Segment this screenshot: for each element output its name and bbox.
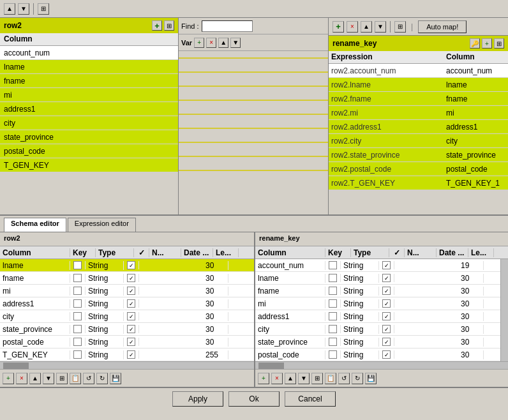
sl-add-btn[interactable]: + bbox=[3, 373, 14, 384]
schema-right-row-4[interactable]: address1String✓30 bbox=[255, 310, 500, 323]
schema-left-row-5[interactable]: state_provinceString✓30 bbox=[0, 323, 254, 336]
right-add2-btn[interactable]: + bbox=[482, 38, 492, 49]
sr-refresh2-btn[interactable]: ↻ bbox=[352, 373, 363, 384]
right-sep2: | bbox=[411, 22, 413, 31]
left-row-2[interactable]: fname bbox=[0, 74, 178, 88]
right-row-1[interactable]: row2.lnamelname bbox=[329, 78, 508, 92]
schema-right-col-header: Column Key Type ✓ N... Date ... Le... bbox=[255, 246, 508, 259]
sr-add-btn[interactable]: + bbox=[258, 373, 269, 384]
schema-left-row-0[interactable]: lnameString✓30 bbox=[0, 259, 254, 272]
right-down-btn[interactable]: ▼ bbox=[375, 21, 386, 33]
schema-left-row-4[interactable]: cityString✓30 bbox=[0, 310, 254, 323]
schema-right-row-0[interactable]: account_numString✓19 bbox=[255, 259, 500, 272]
sr-refresh-btn[interactable]: ↺ bbox=[338, 373, 350, 384]
schema-right-data: account_numString✓19lnameString✓30fnameS… bbox=[255, 259, 500, 361]
right-row-0[interactable]: row2.account_numaccount_num bbox=[329, 64, 508, 78]
schema-right-row-1[interactable]: lnameString✓30 bbox=[255, 272, 500, 285]
schema-right-row-7[interactable]: postal_codeString✓30 bbox=[255, 349, 500, 361]
connections-svg bbox=[179, 51, 328, 214]
sl-down-btn[interactable]: ▼ bbox=[43, 373, 54, 384]
left-copy-btn[interactable]: ⊞ bbox=[164, 20, 174, 31]
left-row-7[interactable]: postal_code bbox=[0, 144, 178, 158]
schema-left-scroll-thumb bbox=[3, 363, 29, 369]
sr-down-btn[interactable]: ▼ bbox=[298, 373, 310, 384]
schema-left-scrollbar[interactable] bbox=[0, 361, 254, 369]
left-add-btn[interactable]: + bbox=[152, 20, 162, 31]
schema-left-bottom-toolbar: + × ▲ ▼ ⊞ 📋 ↺ ↻ 💾 bbox=[0, 369, 254, 387]
right-add-btn[interactable]: + bbox=[332, 21, 344, 33]
right-panel: + × ▲ ▼ ⊞ | Auto map! rename_key 🔑 + ⊞ E… bbox=[329, 18, 508, 214]
left-row-4[interactable]: address1 bbox=[0, 102, 178, 116]
tab-schema-editor[interactable]: Schema editor bbox=[4, 218, 66, 232]
schema-left-row-3[interactable]: address1String✓30 bbox=[0, 297, 254, 310]
tab-expression-editor[interactable]: Expression editor bbox=[68, 218, 136, 232]
left-row-5[interactable]: city bbox=[0, 116, 178, 130]
schema-left-title: row2 bbox=[0, 232, 254, 246]
left-row-1[interactable]: lname bbox=[0, 60, 178, 74]
sl-remove-btn[interactable]: × bbox=[16, 373, 27, 384]
var-down-btn[interactable]: ▼ bbox=[230, 38, 241, 48]
schema-left-row-2[interactable]: miString✓30 bbox=[0, 285, 254, 297]
automap-btn[interactable]: Auto map! bbox=[418, 20, 467, 33]
left-row-3[interactable]: mi bbox=[0, 88, 178, 102]
sl-paste-btn[interactable]: 📋 bbox=[70, 373, 81, 384]
schema-right-vscrollbar[interactable] bbox=[500, 259, 508, 361]
var-up-btn[interactable]: ▲ bbox=[218, 38, 228, 48]
schema-right-row-2[interactable]: fnameString✓30 bbox=[255, 285, 500, 297]
down-button[interactable]: ▼ bbox=[18, 3, 29, 15]
left-row-6[interactable]: state_province bbox=[0, 130, 178, 144]
right-row-6[interactable]: row2.state_provincestate_province bbox=[329, 148, 508, 162]
action-bar: Apply Ok Cancel bbox=[0, 387, 508, 410]
find-input[interactable] bbox=[202, 20, 253, 32]
copy-button[interactable]: ⊞ bbox=[38, 3, 49, 15]
sr-paste-btn[interactable]: 📋 bbox=[325, 373, 336, 384]
schema-left-row-1[interactable]: fnameString✓30 bbox=[0, 272, 254, 285]
right-key-btn[interactable]: 🔑 bbox=[470, 38, 480, 49]
schema-right-scrollbar[interactable] bbox=[255, 361, 508, 369]
sl-up-btn[interactable]: ▲ bbox=[29, 373, 41, 384]
schema-right-row-5[interactable]: cityString✓30 bbox=[255, 323, 500, 336]
right-remove-btn[interactable]: × bbox=[347, 21, 358, 33]
sr-remove-btn[interactable]: × bbox=[271, 373, 283, 384]
right-row-4[interactable]: row2.address1address1 bbox=[329, 120, 508, 134]
schema-left-row-6[interactable]: postal_codeString✓30 bbox=[0, 336, 254, 349]
left-row-0[interactable]: account_num bbox=[0, 46, 178, 60]
up-button[interactable]: ▲ bbox=[4, 3, 15, 15]
right-copy2-btn[interactable]: ⊞ bbox=[494, 38, 504, 49]
right-data-rows: row2.account_numaccount_numrow2.lnamelna… bbox=[329, 64, 508, 214]
sr-up-btn[interactable]: ▲ bbox=[285, 373, 296, 384]
sl-refresh2-btn[interactable]: ↻ bbox=[96, 373, 108, 384]
apply-button[interactable]: Apply bbox=[172, 391, 223, 407]
mapping-area: row2 + ⊞ Column account_numlnamefnamemia… bbox=[0, 18, 508, 216]
bottom-tabs: Schema editor Expression editor bbox=[0, 216, 508, 232]
right-table-title: rename_key bbox=[332, 39, 470, 48]
right-row-7[interactable]: row2.postal_codepostal_code bbox=[329, 162, 508, 176]
right-row-8[interactable]: row2.T_GEN_KEYT_GEN_KEY_1 bbox=[329, 176, 508, 190]
left-row-8[interactable]: T_GEN_KEY bbox=[0, 158, 178, 172]
ok-button[interactable]: Ok bbox=[228, 391, 280, 407]
left-table-header: row2 + ⊞ bbox=[0, 18, 178, 33]
schema-right-row-3[interactable]: miString✓30 bbox=[255, 297, 500, 310]
schema-left-panel: row2 Column Key Type ✓ N... Date ... Le.… bbox=[0, 232, 255, 387]
schema-left-data: lnameString✓30fnameString✓30miString✓30a… bbox=[0, 259, 254, 361]
sl-save-btn[interactable]: 💾 bbox=[110, 373, 121, 384]
left-data-rows: account_numlnamefnamemiaddress1citystate… bbox=[0, 46, 178, 214]
left-panel: row2 + ⊞ Column account_numlnamefnamemia… bbox=[0, 18, 179, 214]
right-copy-btn[interactable]: ⊞ bbox=[394, 21, 406, 33]
schema-right-row-6[interactable]: state_provinceString✓30 bbox=[255, 336, 500, 349]
sr-copy-btn[interactable]: ⊞ bbox=[311, 373, 323, 384]
right-row-2[interactable]: row2.fnamefname bbox=[329, 92, 508, 106]
sr-save-btn[interactable]: 💾 bbox=[365, 373, 377, 384]
var-label: Var bbox=[181, 39, 192, 47]
schema-left-row-7[interactable]: T_GEN_KEYString✓255 bbox=[0, 349, 254, 361]
right-up-btn[interactable]: ▲ bbox=[361, 21, 372, 33]
right-row-3[interactable]: row2.mimi bbox=[329, 106, 508, 120]
right-row-5[interactable]: row2.citycity bbox=[329, 134, 508, 148]
sl-refresh-btn[interactable]: ↺ bbox=[83, 373, 94, 384]
sep1 bbox=[33, 3, 34, 15]
cancel-button[interactable]: Cancel bbox=[285, 391, 336, 407]
var-toolbar: Var + × ▲ ▼ bbox=[179, 34, 328, 51]
sl-copy-btn[interactable]: ⊞ bbox=[56, 373, 68, 384]
var-add-btn[interactable]: + bbox=[194, 38, 204, 48]
var-remove-btn[interactable]: × bbox=[206, 38, 216, 48]
